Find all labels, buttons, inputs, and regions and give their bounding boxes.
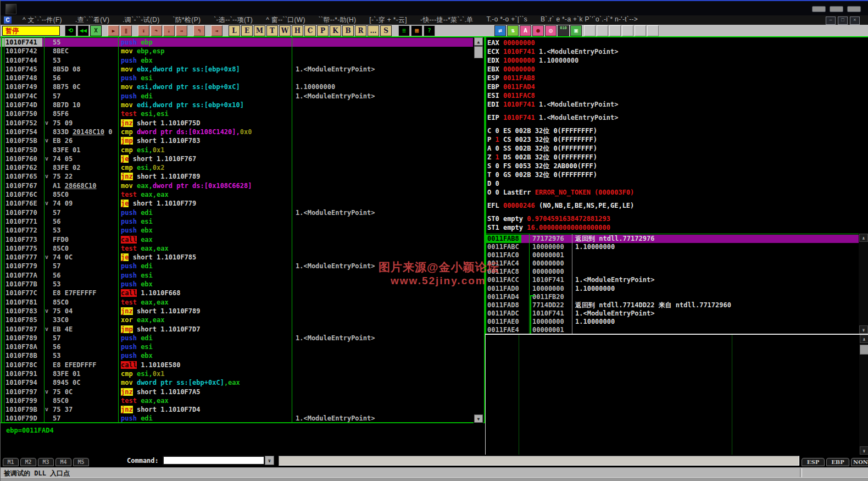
disasm-row[interactable]: 1010F74155push ebp: [1, 38, 473, 47]
disasm-row[interactable]: 1010F75085F6test esi,esi: [1, 109, 473, 118]
log-window-button[interactable]: L: [229, 25, 240, 36]
disasm-row[interactable]: 1010F79183FE 01cmp esi,0x1: [1, 369, 473, 378]
disasm-row[interactable]: 1010F77057push edi1.<ModuleEntryPoint>: [1, 208, 473, 217]
memory-window-button[interactable]: M: [254, 25, 265, 36]
disasm-row[interactable]: 1010F7498B75 0Cmov esi,dword ptr ss:[ebp…: [1, 82, 473, 91]
rewind-icon[interactable]: ◀◀: [77, 25, 89, 36]
disasm-row[interactable]: 1010F78B53push ebx: [1, 351, 473, 360]
disasm-row[interactable]: 1010F77B53push ebx: [1, 280, 473, 289]
disasm-row[interactable]: 1010F773FFD0call eax: [1, 235, 473, 244]
mdi-minimize-icon[interactable]: –: [826, 16, 836, 25]
menu-item[interactable]: T.-o *-o +`|``s: [480, 15, 534, 25]
step-into-icon[interactable]: ↧: [138, 25, 149, 36]
menu-item[interactable]: -快---捷--*菜`-`.单: [414, 15, 480, 25]
scroll-up-icon[interactable]: ▲: [474, 37, 483, 46]
register-row[interactable]: EDX 10000000 1.10000000: [487, 56, 866, 65]
disasm-row[interactable]: 1010F77957push edi1.<ModuleEntryPoint>: [1, 262, 473, 270]
stack-row[interactable]: 0011FAD0100000001.10000000: [485, 285, 859, 293]
stack-row[interactable]: 0011FACC1010F7411.<ModuleEntryPoint>: [485, 276, 859, 284]
flag-row[interactable]: C 0 ES 002B 32位 0(FFFFFFFF): [487, 126, 866, 135]
disasm-row[interactable]: 1010F74D8B7D 10mov edi,dword ptr ss:[ebp…: [1, 101, 473, 109]
scroll-down-icon[interactable]: ∨: [860, 446, 868, 455]
menu-item[interactable]: ^ 文`·`--件(F): [16, 15, 69, 25]
disasm-row[interactable]: 1010F7948945 0Cmov dword ptr ss:[ebp+0xC…: [1, 378, 473, 387]
disasm-row[interactable]: 1010F777v74 0Cje short 1.1010F785: [1, 253, 473, 262]
register-row[interactable]: EBP 0011FAD4: [487, 82, 866, 91]
dump-pane[interactable]: ∧ ∨: [485, 335, 868, 455]
pause-icon[interactable]: ‖: [120, 25, 132, 36]
stack-row[interactable]: 0011FAB877172976返回到 ntdll.77172976: [485, 235, 859, 243]
minimize-button[interactable]: [812, 6, 826, 12]
column-separator[interactable]: [44, 37, 44, 423]
scroll-up-icon[interactable]: ∧: [859, 234, 868, 242]
disasm-row[interactable]: 1010F79Bv75 37jnz short 1.1010F7D4: [1, 405, 473, 414]
register-row[interactable]: ESP 0011FAB8: [487, 74, 866, 82]
disasm-row[interactable]: 1010F75BvEB 26jmp short 1.1010F783: [1, 136, 473, 145]
empty-slot[interactable]: [622, 25, 633, 36]
animate-into-icon[interactable]: ⇣: [163, 25, 175, 36]
empty-slot[interactable]: [597, 25, 608, 36]
callstack-window-button[interactable]: K: [330, 25, 341, 36]
disassembly-scrollbar[interactable]: ▲ ▼: [474, 37, 483, 423]
close-button[interactable]: [847, 6, 861, 12]
disasm-row[interactable]: 1010F7458B5D 08mov ebx,dword ptr ss:[ebp…: [1, 65, 473, 74]
disasm-row[interactable]: 1010F77156push esi: [1, 217, 473, 226]
disasm-row[interactable]: 1010F78957push edi1.<ModuleEntryPoint>: [1, 334, 473, 342]
disasm-row[interactable]: 1010F752v75 09jnz short 1.1010F75D: [1, 119, 473, 128]
memory-tab-m3[interactable]: M3: [38, 458, 54, 466]
column-separator[interactable]: [292, 37, 292, 423]
step-over-icon[interactable]: ↷: [151, 25, 162, 36]
menu-item[interactable]: [-`-穿 + *-云]: [363, 15, 414, 25]
scroll-thumb[interactable]: [474, 46, 483, 58]
menu-item[interactable]: `防*检(P): [166, 15, 207, 25]
disasm-row[interactable]: 1010F74453push ebx: [1, 56, 473, 65]
animate-over-icon[interactable]: ⇝: [176, 25, 187, 36]
empty-slot[interactable]: [609, 25, 621, 36]
disasm-row[interactable]: 1010F760v74 05je short 1.1010F767: [1, 154, 473, 163]
disasm-row[interactable]: 1010F77CE8 E7FEFFFFcall 1.1010F668: [1, 289, 473, 297]
stack-row[interactable]: 0011FADC1010F7411.<ModuleEntryPoint>: [485, 309, 859, 318]
analyze-a-icon[interactable]: A: [520, 25, 531, 36]
mdi-close-icon[interactable]: ×: [850, 16, 860, 25]
cpu-window-button[interactable]: C: [304, 25, 316, 36]
registers-pane[interactable]: EAX 00000000ECX 1010F741 1.<ModuleEntryP…: [487, 38, 866, 232]
disassembly-pane[interactable]: 1010F74155push ebp1010F7428BECmov ebp,es…: [1, 37, 485, 423]
register-row[interactable]: EBX 00000000: [487, 65, 866, 74]
disasm-row[interactable]: 1010F767A1 28668C10mov eax,dword ptr ds:…: [1, 181, 473, 190]
menu-item[interactable]: ^ 窗--``口(W): [259, 15, 312, 25]
command-dropdown-icon[interactable]: ∨: [265, 456, 274, 465]
stack-mode-tab-esp[interactable]: ESP: [802, 458, 825, 466]
disasm-row[interactable]: 1010F78A56push esi: [1, 342, 473, 351]
stack-row[interactable]: 0011FAC000000001: [485, 251, 859, 259]
disasm-row[interactable]: 1010F78CE8 EFEDFFFFcall 1.1010E580: [1, 361, 473, 369]
memory-tab-m1[interactable]: M1: [3, 458, 19, 466]
flag-row[interactable]: T 0 GS 002B 32位 0(FFFFFFFF): [487, 170, 866, 179]
disasm-row[interactable]: 1010F787vEB 4Ejmp short 1.1010F7D7: [1, 325, 473, 334]
column-separator[interactable]: [118, 37, 119, 423]
stack-row[interactable]: 0011FAC400000000: [485, 259, 859, 268]
disasm-row[interactable]: 1010F77A56push esi: [1, 271, 473, 280]
scroll-thumb[interactable]: [860, 345, 868, 355]
stack-pane[interactable]: 0011FAB877172976返回到 ntdll.771729760011FA…: [485, 234, 868, 334]
disasm-row[interactable]: 1010F76283FE 02cmp esi,0x2: [1, 163, 473, 172]
stack-mode-tab-ebp[interactable]: EBP: [826, 458, 849, 466]
disasm-row[interactable]: 1010F7428BECmov ebp,esp: [1, 47, 473, 56]
scroll-up-icon[interactable]: ∧: [860, 335, 868, 343]
empty-slot[interactable]: [635, 25, 646, 36]
flag-row[interactable]: O 0 LastErr ERROR_NO_TOKEN (000003F0): [487, 188, 866, 197]
register-row[interactable]: EDI 1010F741 1.<ModuleEntryPoint>: [487, 100, 866, 109]
executables-window-button[interactable]: E: [241, 25, 253, 36]
disasm-row[interactable]: 1010F78185C0test eax,eax: [1, 298, 473, 307]
fpu-row[interactable]: ST1 empty 16.000000000000000000: [487, 223, 866, 232]
stack-row[interactable]: 0011FAE400000001: [485, 326, 859, 334]
patches-window-button[interactable]: P: [317, 25, 329, 36]
references-window-button[interactable]: R: [355, 25, 366, 36]
stack-row[interactable]: 0011FAD40011FB20: [485, 293, 859, 301]
help-icon[interactable]: ?: [424, 25, 435, 36]
disasm-row[interactable]: 1010F76C85C0test eax,eax: [1, 190, 473, 199]
run-trace-window-button[interactable]: …: [368, 25, 379, 36]
scroll-down-icon[interactable]: ∨: [859, 325, 868, 334]
swap-arrows-icon[interactable]: ⇄: [494, 25, 506, 36]
maximize-button[interactable]: [830, 6, 843, 12]
close-target-icon[interactable]: X: [90, 25, 102, 36]
